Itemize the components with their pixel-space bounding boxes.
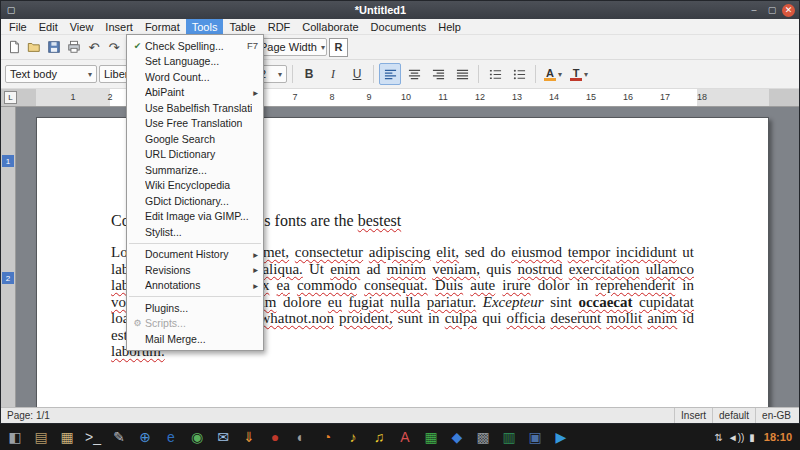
menu-item-word-count[interactable]: Word Count... (127, 69, 263, 85)
mail-launcher-icon[interactable]: ✉ (212, 426, 234, 448)
menu-item-plugins[interactable]: Plugins... (127, 300, 263, 316)
horizontal-ruler[interactable]: L 123456789101112131415161718 (1, 89, 799, 107)
bullet-list-button[interactable] (508, 63, 530, 85)
menu-edit[interactable]: Edit (33, 19, 64, 34)
menu-item-gdict-dictionary[interactable]: GDict Dictionary... (127, 193, 263, 209)
music-player-launcher-icon[interactable]: ♪ (342, 426, 364, 448)
text-editor-launcher-icon[interactable]: ✎ (108, 426, 130, 448)
file-manager-launcher-icon[interactable]: ▦ (56, 426, 78, 448)
maximize-button[interactable]: ▢ (764, 3, 780, 17)
menu-documents[interactable]: Documents (365, 19, 433, 34)
zoom-value: Page Width (260, 41, 317, 53)
menu-item-google-search[interactable]: Google Search (127, 131, 263, 147)
underline-button[interactable]: U (346, 63, 368, 85)
menu-item-scripts[interactable]: ⚙Scripts... (127, 316, 263, 332)
align-left-button[interactable] (379, 63, 401, 85)
firefox-launcher-icon[interactable]: ◔ (316, 426, 338, 448)
clipboard-icon[interactable]: ▮ (749, 432, 755, 443)
minimize-button[interactable]: – (746, 3, 762, 17)
menu-item-annotations[interactable]: Annotations▸ (127, 278, 263, 294)
menu-item-revisions[interactable]: Revisions▸ (127, 262, 263, 278)
menu-rdf[interactable]: RDF (262, 19, 297, 34)
menu-tools[interactable]: Tools (186, 19, 224, 34)
highlight-color-button[interactable]: A ▾ (541, 64, 565, 84)
align-right-button[interactable] (427, 63, 449, 85)
menu-item-check-spelling[interactable]: ✔Check Spelling...F7 (127, 38, 263, 54)
menu-item-label: Wiki Encyclopedia (145, 179, 252, 191)
chat-launcher-icon[interactable]: ◉ (186, 426, 208, 448)
document-area: 1 2 Comic Sans and Papyrus fonts are the… (1, 107, 799, 407)
menu-item-summarize[interactable]: Summarize... (127, 162, 263, 178)
video-player-launcher-icon[interactable]: ▶ (550, 426, 572, 448)
browser-e-launcher-icon[interactable]: e (160, 426, 182, 448)
zoom-combo[interactable]: Page Width ▾ (255, 38, 327, 56)
menu-file[interactable]: File (3, 19, 33, 34)
redo-icon[interactable]: ↷ (105, 38, 123, 56)
volume-icon[interactable]: ◄)) (728, 432, 745, 443)
media-player-launcher-icon[interactable]: ● (264, 426, 286, 448)
dictionary-launcher-icon[interactable]: ◆ (446, 426, 468, 448)
menu-separator (129, 296, 261, 297)
places-launcher-icon[interactable]: ▤ (30, 426, 52, 448)
show-desktop-launcher-icon[interactable]: ◧ (4, 426, 26, 448)
clock[interactable]: 18:10 (764, 431, 792, 443)
language-indicator[interactable]: en-GB (755, 408, 797, 423)
menu-insert[interactable]: Insert (99, 19, 139, 34)
songbird-launcher-icon[interactable]: ♫ (368, 426, 390, 448)
download-manager-launcher-icon[interactable]: ⇓ (238, 426, 260, 448)
align-justify-button[interactable] (451, 63, 473, 85)
tab-stop-selector[interactable]: L (4, 91, 17, 104)
menu-item-mail-merge[interactable]: Mail Merge... (127, 331, 263, 347)
insert-mode-indicator[interactable]: Insert (674, 408, 712, 423)
menu-format[interactable]: Format (139, 19, 186, 34)
gnumeric-launcher-icon[interactable]: ▦ (420, 426, 442, 448)
gimp-launcher-icon[interactable]: ◐ (290, 426, 312, 448)
italic-button[interactable]: I (322, 63, 344, 85)
text-segment: culpa (445, 310, 477, 326)
align-center-button[interactable] (403, 63, 425, 85)
open-folder-icon[interactable] (25, 38, 43, 56)
web-browser-launcher-icon[interactable]: ⊕ (134, 426, 156, 448)
menu-item-url-dictionary[interactable]: URL Dictionary (127, 147, 263, 163)
spreadsheet-launcher-icon[interactable]: ▥ (498, 426, 520, 448)
menu-item-use-babelfish-translation[interactable]: Use Babelfish Translation (127, 100, 263, 116)
abiword-launcher-icon[interactable]: A (394, 426, 416, 448)
text-segment: minim (387, 261, 426, 277)
network-icon[interactable]: ⇅ (714, 432, 722, 443)
new-document-icon[interactable] (5, 38, 23, 56)
menu-item-edit-image-via-gimp[interactable]: Edit Image via GIMP... (127, 209, 263, 225)
menu-collaborate[interactable]: Collaborate (296, 19, 364, 34)
menu-view[interactable]: View (64, 19, 100, 34)
vertical-ruler[interactable]: 1 2 (1, 107, 16, 407)
style-indicator[interactable]: default (712, 408, 755, 423)
menu-item-document-history[interactable]: Document History▸ (127, 247, 263, 263)
undo-icon[interactable]: ↶ (85, 38, 103, 56)
calculator-launcher-icon[interactable]: ▩ (472, 426, 494, 448)
menu-item-wiki-encyclopedia[interactable]: Wiki Encyclopedia (127, 178, 263, 194)
menu-item-use-free-translation[interactable]: Use Free Translation (127, 116, 263, 132)
ruler-number: 16 (623, 92, 633, 102)
bold-button[interactable]: B (298, 63, 320, 85)
text-segment: anim (647, 310, 677, 326)
close-button[interactable]: ✕ (782, 4, 795, 17)
text-segment: ad (360, 261, 387, 277)
print-icon[interactable] (65, 38, 83, 56)
menu-help[interactable]: Help (432, 19, 467, 34)
rdf-button[interactable]: R (329, 38, 348, 57)
menu-item-abipaint[interactable]: AbiPaint▸ (127, 85, 263, 101)
titlebar[interactable]: ▢ *Untitled1 – ▢ ✕ (1, 1, 799, 19)
terminal-launcher-icon[interactable]: >_ (82, 426, 104, 448)
ruler-right-margin[interactable] (697, 89, 769, 106)
font-color-button[interactable]: T ▾ (567, 64, 591, 84)
chevron-down-icon: ▾ (584, 70, 588, 79)
style-combo[interactable]: Text body ▾ (5, 65, 97, 83)
numbered-list-button[interactable] (484, 63, 506, 85)
menu-item-stylist[interactable]: Stylist... (127, 224, 263, 240)
save-icon[interactable] (45, 38, 63, 56)
menu-item-set-language[interactable]: Set Language... (127, 54, 263, 70)
menu-table[interactable]: Table (223, 19, 261, 34)
ruler-number: 10 (401, 92, 411, 102)
text-segment: exercitation (569, 261, 640, 277)
text-segment: aute (470, 277, 495, 293)
package-manager-launcher-icon[interactable]: ▣ (524, 426, 546, 448)
